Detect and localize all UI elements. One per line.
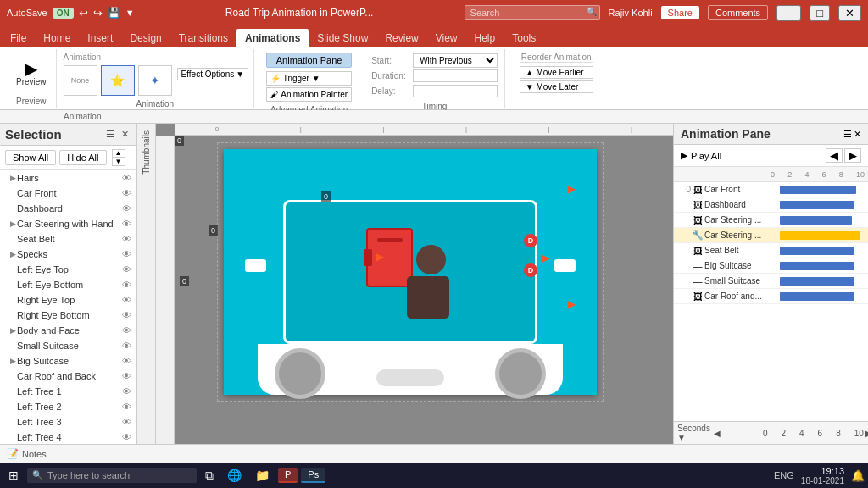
- sel-item-roofback[interactable]: Car Roof and Back 👁: [0, 369, 136, 384]
- taskbar-search-input[interactable]: [27, 468, 197, 483]
- task-view-btn[interactable]: ⧉: [200, 467, 219, 485]
- specks-vis[interactable]: 👁: [122, 249, 131, 259]
- sel-item-hairs[interactable]: ▶ Hairs 👁: [0, 170, 136, 186]
- anim-next-btn[interactable]: ▶: [844, 148, 861, 163]
- customize-btn[interactable]: ▼: [125, 8, 135, 18]
- save-btn[interactable]: 💾: [108, 7, 120, 19]
- fly-animation[interactable]: ⭐: [101, 65, 135, 96]
- files-btn[interactable]: 📁: [250, 467, 275, 484]
- sel-item-specks[interactable]: ▶ Specks 👁: [0, 247, 136, 262]
- anim-row-dashboard[interactable]: 🖼 Dashboard: [674, 197, 868, 213]
- edge-btn[interactable]: 🌐: [222, 467, 247, 484]
- sel-item-left-tree3[interactable]: Left Tree 3 👁: [0, 414, 136, 430]
- undo-btn[interactable]: ↩: [79, 7, 88, 19]
- sel-item-righteye-top[interactable]: Right Eye Top 👁: [0, 292, 136, 308]
- anim-pane-menu-btn[interactable]: ☰: [843, 129, 852, 140]
- start-dropdown[interactable]: With Previous On Click After Previous: [413, 53, 498, 68]
- duration-input[interactable]: [413, 69, 498, 82]
- left-tree4-vis[interactable]: 👁: [122, 432, 131, 442]
- seatbelt-vis[interactable]: 👁: [122, 234, 131, 244]
- trigger-btn[interactable]: ⚡ Trigger ▼: [266, 71, 352, 86]
- share-btn[interactable]: Share: [661, 6, 699, 19]
- anim-prev-btn[interactable]: ◀: [826, 148, 843, 163]
- small-suitcase-vis[interactable]: 👁: [122, 341, 131, 351]
- slide-main[interactable]: 0 0 D D ▶ ▶ ▶ ▶: [224, 149, 597, 395]
- tab-animations[interactable]: Animations: [236, 29, 309, 47]
- anim-row-seatbelt[interactable]: 🖼 Seat Belt: [674, 243, 868, 258]
- sel-item-left-tree1[interactable]: Left Tree 1 👁: [0, 384, 136, 399]
- hairs-vis[interactable]: 👁: [122, 173, 131, 183]
- play-all-button[interactable]: ▶ Play All ◀ ▶: [674, 145, 868, 167]
- animation-pane-btn[interactable]: Animation Pane: [266, 53, 352, 68]
- notification-btn[interactable]: 🔔: [851, 469, 865, 482]
- taskbar-search-container[interactable]: [27, 468, 197, 483]
- title-search-wrap[interactable]: [465, 5, 600, 20]
- tab-slideshow[interactable]: Slide Show: [309, 29, 376, 47]
- canvas-area[interactable]: 0 | | | | | 0: [156, 124, 673, 444]
- tl-prev-btn[interactable]: ◀: [714, 429, 721, 438]
- maximize-btn[interactable]: □: [810, 5, 830, 21]
- comments-btn[interactable]: Comments: [708, 5, 768, 20]
- anim-row-carroofback[interactable]: 🖼 Car Roof and...: [674, 289, 868, 304]
- preview-btn[interactable]: ▶ Preview: [12, 58, 51, 89]
- sel-item-big-suitcase[interactable]: ▶ Big Suitcase 👁: [0, 353, 136, 369]
- anim-pane-close-btn[interactable]: ✕: [854, 129, 861, 140]
- tab-review[interactable]: Review: [376, 29, 426, 47]
- sel-item-carfront[interactable]: Car Front 👁: [0, 186, 136, 201]
- sel-item-left-tree2[interactable]: Left Tree 2 👁: [0, 399, 136, 414]
- tab-help[interactable]: Help: [466, 29, 504, 47]
- left-tree3-vis[interactable]: 👁: [122, 417, 131, 427]
- righteye-bottom-vis[interactable]: 👁: [122, 310, 131, 320]
- anim-row-smallsuitcase[interactable]: — Small Suitcase: [674, 274, 868, 289]
- dashboard-vis[interactable]: 👁: [122, 203, 131, 214]
- sel-item-steering[interactable]: ▶ Car Steering with Hand 👁: [0, 216, 136, 231]
- sel-item-bodyface[interactable]: ▶ Body and Face 👁: [0, 323, 136, 338]
- sel-item-lefteye-bottom[interactable]: Left Eye Bottom 👁: [0, 277, 136, 292]
- sel-item-lefteye-top[interactable]: Left Eye Top 👁: [0, 262, 136, 277]
- title-search-input[interactable]: [465, 5, 600, 20]
- effect-options-btn[interactable]: Effect Options ▼: [177, 68, 249, 80]
- move-up-btn[interactable]: ▲: [112, 149, 125, 158]
- tab-design[interactable]: Design: [121, 29, 170, 47]
- tab-view[interactable]: View: [427, 29, 466, 47]
- photoshop-app[interactable]: Ps: [301, 468, 326, 483]
- animation-painter-btn[interactable]: 🖌 Animation Painter: [266, 87, 352, 102]
- move-down-btn[interactable]: ▼: [112, 158, 125, 166]
- tab-home[interactable]: Home: [35, 29, 79, 47]
- sel-item-left-tree4[interactable]: Left Tree 4 👁: [0, 430, 136, 444]
- hide-all-btn[interactable]: Hide All: [59, 150, 106, 165]
- sel-item-dashboard[interactable]: Dashboard 👁: [0, 201, 136, 216]
- sel-item-seatbelt[interactable]: Seat Belt 👁: [0, 231, 136, 247]
- sel-item-small-suitcase[interactable]: Small Suitcase 👁: [0, 338, 136, 353]
- lefteye-top-vis[interactable]: 👁: [122, 264, 131, 274]
- minimize-btn[interactable]: —: [776, 5, 801, 21]
- move-later-btn[interactable]: ▼ Move Later: [520, 80, 593, 93]
- tab-insert[interactable]: Insert: [79, 29, 121, 47]
- tab-transitions[interactable]: Transitions: [170, 29, 236, 47]
- redo-btn[interactable]: ↪: [93, 7, 103, 19]
- show-all-btn[interactable]: Show All: [5, 150, 56, 165]
- tab-file[interactable]: File: [2, 29, 35, 47]
- none-animation[interactable]: None: [64, 65, 97, 96]
- steering-vis[interactable]: 👁: [122, 219, 131, 229]
- anim-row-carsteering2[interactable]: 🔧 Car Steering ...: [674, 228, 868, 243]
- left-tree1-vis[interactable]: 👁: [122, 386, 131, 396]
- start-btn[interactable]: ⊞: [3, 467, 24, 484]
- anim-row-carfront[interactable]: 0 🖼 Car Front: [674, 182, 868, 197]
- seconds-label[interactable]: Seconds ▼: [677, 424, 710, 442]
- roofback-vis[interactable]: 👁: [122, 371, 131, 381]
- anim-row-bigsuitcase[interactable]: — Big Suitcase: [674, 258, 868, 274]
- tab-tools[interactable]: Tools: [504, 29, 544, 47]
- anim-row-carsteering1[interactable]: 🖼 Car Steering ...: [674, 213, 868, 228]
- bodyface-vis[interactable]: 👁: [122, 325, 131, 336]
- carfront-vis[interactable]: 👁: [122, 188, 131, 198]
- big-suitcase-vis[interactable]: 👁: [122, 356, 131, 366]
- delay-input[interactable]: [413, 85, 498, 97]
- panel-close-btn[interactable]: ✕: [119, 128, 131, 141]
- fade-animation[interactable]: ✦: [138, 65, 172, 96]
- panel-menu-btn[interactable]: ☰: [103, 128, 117, 141]
- move-earlier-btn[interactable]: ▲ Move Earlier: [520, 66, 593, 79]
- powerpoint-app[interactable]: P: [278, 468, 298, 483]
- righteye-top-vis[interactable]: 👁: [122, 295, 131, 305]
- lefteye-bottom-vis[interactable]: 👁: [122, 280, 131, 290]
